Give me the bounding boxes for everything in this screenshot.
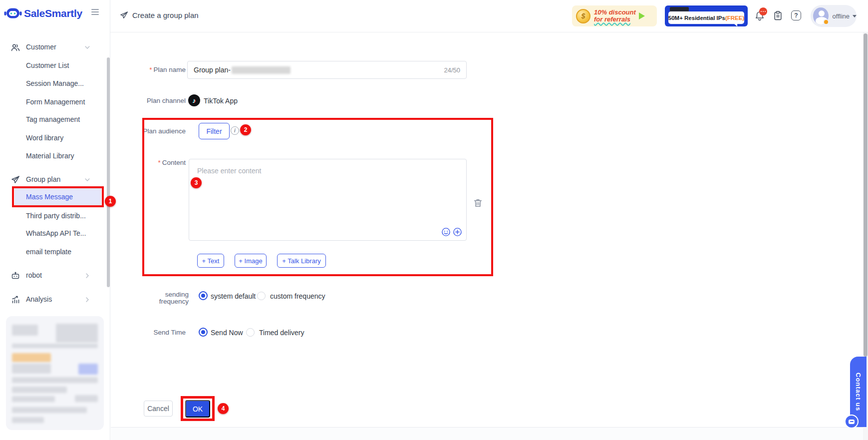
chevron-right-icon	[84, 296, 91, 303]
contact-chat-bubble-icon[interactable]	[845, 415, 859, 429]
radio-custom-frequency-label[interactable]: custom frequency	[270, 292, 325, 300]
content-placeholder: Please enter content	[197, 167, 261, 175]
sidebar: SaleSmartly Customer Customer List Sessi…	[0, 0, 110, 440]
sidebar-item-email-template[interactable]: email template	[0, 244, 107, 261]
referral-discount-banner[interactable]: $ 10% discount for referrals	[572, 5, 657, 26]
help-icon[interactable]: ?	[791, 10, 801, 20]
annotation-badge-3: 3	[191, 177, 202, 188]
add-talk-library-button[interactable]: + Talk Library	[277, 254, 326, 268]
sidebar-item-word-library[interactable]: Word library	[0, 130, 107, 147]
analytics-icon	[11, 295, 20, 304]
sidebar-item-material-library[interactable]: Material Library	[0, 148, 107, 165]
brand-logo: SaleSmartly	[4, 6, 82, 21]
sidebar-item-label: Mass Message	[26, 193, 73, 201]
tiktok-icon: ♪	[188, 94, 200, 106]
notification-badge	[759, 7, 767, 15]
add-attachment-icon[interactable]	[453, 227, 462, 237]
sidebar-item-label: Customer	[26, 43, 56, 51]
sidebar-item-third-party-distribution[interactable]: Third party distrib...	[0, 208, 107, 225]
sidebar-item-label: email template	[26, 248, 71, 256]
radio-send-now-label[interactable]: Send Now	[211, 329, 243, 337]
main-scrollbar-thumb[interactable]	[864, 33, 868, 357]
char-counter: 24/50	[444, 66, 460, 74]
sidebar-item-customer[interactable]: Customer	[0, 39, 107, 56]
sidebar-item-label: Customer List	[26, 61, 69, 69]
page-title-text: Create a group plan	[132, 11, 199, 19]
ok-button[interactable]: OK	[185, 400, 210, 418]
salesmartly-robot-logo-icon	[4, 7, 22, 19]
sidebar-item-label: Form Management	[26, 98, 85, 106]
radio-send-now[interactable]	[199, 328, 208, 337]
sidebar-item-label: Analysis	[26, 295, 52, 303]
required-marker: *	[158, 159, 160, 166]
clipboard-icon[interactable]	[773, 10, 784, 21]
sidebar-scrollbar[interactable]	[107, 57, 110, 287]
radio-timed-delivery[interactable]	[246, 328, 255, 337]
sidebar-item-label: Tag management	[26, 115, 80, 123]
chevron-right-icon	[84, 272, 91, 279]
sidebar-item-session-management[interactable]: Session Manage...	[0, 75, 107, 92]
chevron-down-icon	[84, 176, 91, 183]
send-plan-icon	[120, 11, 128, 19]
plan-channel-value: TikTok App	[204, 97, 238, 105]
sidebar-item-label: robot	[26, 271, 42, 279]
radio-system-default-label[interactable]: system default	[211, 292, 256, 300]
user-status-label: offline	[833, 12, 850, 20]
redacted-text-block	[232, 66, 290, 74]
plan-name-value: Group plan-	[194, 66, 231, 74]
send-icon	[11, 175, 20, 184]
footer-strip	[111, 428, 868, 440]
status-dot	[823, 19, 829, 25]
users-icon	[11, 43, 20, 52]
radio-custom-frequency[interactable]	[257, 292, 266, 300]
sidebar-collapse-icon[interactable]	[91, 9, 99, 16]
residential-ips-banner[interactable]: 50M+ Residential IPs(FREE)	[665, 5, 748, 26]
notifications-bell-icon[interactable]	[754, 10, 765, 21]
sidebar-item-label: Group plan	[26, 175, 60, 183]
proxy-banner-bubble: 50M+ Residential IPs(FREE)	[668, 11, 744, 24]
required-marker: *	[149, 66, 152, 73]
app-window: SaleSmartly Customer Customer List Sessi…	[0, 0, 868, 440]
annotation-badge-2: 2	[240, 124, 251, 135]
chat-icon	[849, 420, 855, 424]
cancel-button[interactable]: Cancel	[144, 401, 173, 417]
user-menu[interactable]: offline	[811, 5, 857, 27]
sidebar-item-robot[interactable]: robot	[0, 267, 107, 284]
sidebar-item-mass-message[interactable]: Mass Message	[14, 188, 101, 205]
sidebar-item-label: Material Library	[26, 152, 74, 160]
add-image-button[interactable]: + Image	[235, 254, 267, 268]
plan-name-input[interactable]: Group plan- 24/50	[187, 61, 467, 79]
info-icon[interactable]: i	[231, 126, 239, 135]
sidebar-item-label: Third party distrib...	[26, 212, 86, 220]
sidebar-item-label: WhatsApp API Te...	[26, 229, 86, 237]
top-header: Create a group plan $ 10% discount for r…	[110, 0, 868, 32]
filter-button[interactable]: Filter	[199, 123, 230, 139]
coin-icon: $	[576, 9, 590, 23]
sidebar-item-form-management[interactable]: Form Management	[0, 94, 107, 111]
sidebar-item-label: Session Manage...	[26, 79, 84, 87]
brand-name: SaleSmartly	[24, 7, 82, 19]
play-triangle-icon	[639, 12, 645, 19]
sidebar-item-customer-list[interactable]: Customer List	[0, 57, 107, 74]
add-text-button[interactable]: + Text	[197, 254, 224, 268]
chevron-down-icon	[853, 15, 857, 17]
robot-icon	[11, 271, 20, 280]
sidebar-item-whatsapp-api-template[interactable]: WhatsApp API Te...	[0, 225, 107, 242]
radio-system-default[interactable]	[199, 291, 208, 300]
referral-banner-text: 10% discount for referrals	[594, 9, 636, 23]
page-title: Create a group plan	[120, 11, 199, 19]
content-textarea[interactable]: Please enter content	[189, 159, 467, 241]
chevron-down-icon	[84, 44, 91, 51]
sidebar-item-analysis[interactable]: Analysis	[0, 291, 107, 308]
annotation-badge-4: 4	[218, 403, 229, 414]
sidebar-item-tag-management[interactable]: Tag management	[0, 111, 107, 128]
delete-content-block-icon[interactable]	[473, 198, 483, 208]
sidebar-item-group-plan[interactable]: Group plan	[0, 171, 107, 188]
emoji-icon[interactable]	[441, 227, 451, 237]
contact-us-label: Contact us	[855, 373, 862, 411]
radio-timed-delivery-label[interactable]: Timed delivery	[259, 329, 304, 337]
annotation-badge-1: 1	[105, 196, 116, 207]
sidebar-item-label: Word library	[26, 134, 63, 142]
sidebar-blurred-panel	[6, 316, 104, 430]
